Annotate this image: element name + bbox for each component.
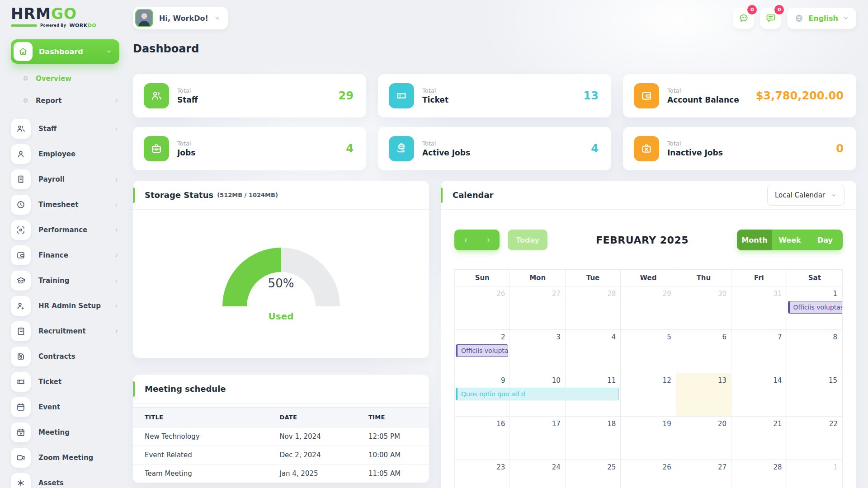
sidebar-item-timesheet[interactable]: Timesheet <box>11 195 119 215</box>
calendar-day-cell[interactable]: 21 <box>731 417 787 460</box>
calendar-day-cell[interactable]: 26 <box>621 460 676 488</box>
calendar-day-cell[interactable]: 12 <box>621 373 676 417</box>
ticket-icon <box>389 83 414 108</box>
calendar-day-cell[interactable]: 26 <box>455 286 510 330</box>
sidebar-item-recruitment[interactable]: Recruitment <box>11 321 119 341</box>
calendar-day-cell[interactable]: 28 <box>731 460 787 488</box>
calendar-day-cell[interactable]: 30 <box>676 286 731 330</box>
greeting-label: Hi, WorkDo! <box>159 14 208 23</box>
meeting-table: TITLEDATETIME New TechnologyNov 1, 20241… <box>133 407 429 483</box>
calendar-day-cell[interactable]: 22 <box>787 417 842 460</box>
stat-label: Total <box>667 140 723 147</box>
calendar-day-cell[interactable]: 25 <box>566 460 621 488</box>
sidebar-item-assets[interactable]: Assets <box>11 473 119 488</box>
sidebar-item-zoom-meeting[interactable]: Zoom Meeting <box>11 448 119 468</box>
clock-icon <box>11 195 31 215</box>
sidebar-item-label: Recruitment <box>38 327 106 335</box>
chat-icon <box>738 13 749 23</box>
table-cell: Jan 4, 2025 <box>275 465 364 483</box>
asterisk-icon <box>11 473 31 488</box>
view-month-button[interactable]: Month <box>737 230 772 250</box>
calendar-day-cell[interactable]: 24 <box>510 460 565 488</box>
prev-month-button[interactable] <box>462 237 469 244</box>
calendar-day-cell[interactable]: 20 <box>676 417 731 460</box>
sidebar-item-dashboard[interactable]: Dashboard <box>11 39 119 64</box>
chevron-right-icon <box>113 328 119 334</box>
stat-card-staff: TotalStaff29 <box>133 74 366 117</box>
language-selector[interactable]: English <box>787 8 856 29</box>
stats-grid: TotalStaff29TotalTicket13TotalAccount Ba… <box>133 74 856 170</box>
sidebar-item-label: Payroll <box>38 175 106 183</box>
sidebar-item-payroll[interactable]: Payroll <box>11 169 119 189</box>
sidebar-item-label: Dashboard <box>39 47 99 56</box>
calendar-event[interactable]: Officiis voluptas c <box>788 301 842 314</box>
calendar-event[interactable]: Officiis voluptas c <box>456 344 508 357</box>
sidebar-subitem-report[interactable]: Report <box>16 89 119 112</box>
calendar-day-cell[interactable]: 7 <box>731 330 787 373</box>
next-month-button[interactable] <box>485 237 492 244</box>
table-cell: 11:05 AM <box>364 465 429 483</box>
calendar-day-cell[interactable]: 19 <box>621 417 676 460</box>
calendar-day-cell[interactable]: 3 <box>510 330 565 373</box>
calendar-week-row: 16171819202122 <box>455 417 842 460</box>
user-menu-button[interactable]: Hi, WorkDo! <box>133 7 228 29</box>
calendar-day-cell[interactable]: 27 <box>510 286 565 330</box>
stat-name: Staff <box>177 95 198 104</box>
calendar-day-cell[interactable]: 27 <box>676 460 731 488</box>
calendar-day-cell[interactable]: 8 <box>787 330 842 373</box>
sidebar-item-label: Timesheet <box>38 201 106 209</box>
stat-label: Total <box>422 140 470 147</box>
chevron-right-icon <box>113 98 119 103</box>
sidebar-item-label: Training <box>38 277 106 285</box>
home-icon <box>14 42 33 61</box>
calendar-panel: Calendar Local Calendar Today FEBRUARY 2… <box>441 181 856 488</box>
calendar-day-cell[interactable]: 23 <box>455 460 510 488</box>
calendar-day-cell[interactable]: 18 <box>566 417 621 460</box>
calendar-day-cell[interactable]: 14 <box>731 373 787 417</box>
video-icon <box>11 448 31 468</box>
calendar-title: Calendar <box>453 190 493 200</box>
chat-button[interactable]: 0 <box>733 8 754 29</box>
sidebar-item-event[interactable]: Event <box>11 397 119 417</box>
calendar-day-cell-today[interactable]: 13 <box>676 373 731 417</box>
stat-card-jobs: TotalJobs4 <box>133 127 366 170</box>
sidebar-item-finance[interactable]: Finance <box>11 245 119 265</box>
calendar-day-cell[interactable]: 1 <box>787 460 842 488</box>
sidebar-item-hr-admin-setup[interactable]: HR Admin Setup <box>11 296 119 316</box>
calendar-day-cell[interactable]: 6 <box>676 330 731 373</box>
table-cell: New Technology <box>133 427 275 446</box>
meeting-table-header: TITLEDATETIME <box>133 408 429 427</box>
calendar-source-select[interactable]: Local Calendar <box>767 185 844 206</box>
sidebar-item-employee[interactable]: Employee <box>11 144 119 164</box>
calendar-view-switcher: MonthWeekDay <box>737 230 843 250</box>
calendar-day-cell[interactable]: 17 <box>510 417 565 460</box>
today-button[interactable]: Today <box>508 230 547 250</box>
save-icon <box>11 347 31 366</box>
sidebar-item-contracts[interactable]: Contracts <box>11 347 119 366</box>
calendar-day-cell[interactable]: 4 <box>566 330 621 373</box>
sidebar-item-performance[interactable]: Performance <box>11 220 119 240</box>
calendar-day-cell[interactable]: 16 <box>455 417 510 460</box>
calendar-day-cell[interactable]: 15 <box>787 373 842 417</box>
sidebar-item-staff[interactable]: Staff <box>11 119 119 139</box>
view-day-button[interactable]: Day <box>807 230 843 250</box>
calendar-day-cell[interactable]: 28 <box>566 286 621 330</box>
notifications-button[interactable]: 0 <box>760 8 781 29</box>
view-week-button[interactable]: Week <box>772 230 807 250</box>
sidebar-subitem-overview[interactable]: Overview <box>16 67 119 89</box>
calendar-event[interactable]: Quos optio quo ad d <box>456 388 619 400</box>
brand-name: HRMGO <box>11 6 77 21</box>
sidebar-item-training[interactable]: Training <box>11 271 119 291</box>
calendar-day-cell[interactable]: 5 <box>621 330 676 373</box>
meeting-column-header: DATE <box>275 408 364 427</box>
sidebar-item-meeting[interactable]: Meeting <box>11 422 119 442</box>
calendar-weeks: 2627282930311Officiis voluptas c2345678O… <box>455 286 842 488</box>
calendar-day-cell[interactable]: 29 <box>621 286 676 330</box>
calendar-day-cell[interactable]: 31 <box>731 286 787 330</box>
sidebar-item-label: Finance <box>38 251 106 259</box>
meeting-table-body: New TechnologyNov 1, 202412:05 PMEvent R… <box>133 427 429 483</box>
powered-by-label: Powered By <box>40 23 66 28</box>
calendar-nav-buttons <box>454 230 500 250</box>
sidebar-subitem-label: Report <box>36 97 105 105</box>
sidebar-item-ticket[interactable]: Ticket <box>11 372 119 392</box>
